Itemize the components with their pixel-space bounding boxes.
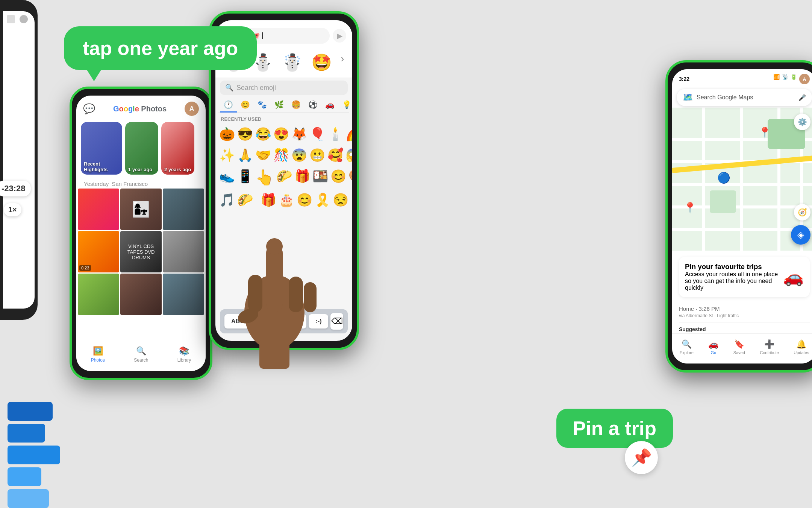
map-navigate-fab[interactable]: ◈: [791, 225, 810, 245]
photo-9[interactable]: [163, 274, 204, 315]
emoji-cell[interactable]: 🎁: [294, 167, 311, 188]
memory-2year-label: 2 years ago: [164, 167, 191, 172]
maps-logo-icon: 🗺️: [683, 93, 693, 102]
nav-search-icon: 🔍: [136, 346, 146, 356]
emoji-search-bar[interactable]: 🔍 Search emoji: [220, 81, 348, 95]
more-button[interactable]: ›: [341, 53, 344, 72]
nav-library[interactable]: 📚 Library: [177, 346, 191, 363]
memory-label: RecentHighlights: [84, 161, 108, 172]
maps-search-text: Search Google Maps: [697, 94, 795, 101]
emoji-cell[interactable]: 🌈: [345, 125, 352, 143]
nav-photos-label: Photos: [91, 357, 105, 363]
emoji-cell[interactable]: 😊: [296, 191, 313, 209]
map-compass-fab[interactable]: 🧭: [794, 204, 810, 221]
go-icon: 🚗: [708, 339, 718, 349]
nav-contribute[interactable]: ➕ Contribute: [760, 339, 779, 355]
photo-3[interactable]: [163, 189, 204, 230]
emoji-cell[interactable]: 🦊: [291, 125, 308, 143]
emoji-cell[interactable]: 🎗️: [314, 191, 331, 209]
nav-saved[interactable]: 🔖 Saved: [733, 339, 745, 355]
emoji-cell[interactable]: 🎁: [260, 191, 277, 209]
emoji-cell[interactable]: 🌮: [236, 191, 254, 209]
search-placeholder: Search emoji: [236, 84, 276, 92]
cat-activities[interactable]: ⚽: [304, 98, 321, 113]
photo-grid-middle: 0:23 VINYL CDSTAPES DVDDRUMS: [76, 231, 206, 272]
emoji-cell[interactable]: 😨: [291, 146, 308, 164]
nav-updates[interactable]: 🔔 Updates: [794, 339, 809, 355]
photo-1[interactable]: [78, 189, 119, 230]
emoji-cell[interactable]: 😍: [273, 125, 290, 143]
emoji-cell[interactable]: 🎈: [309, 125, 326, 143]
speed-badge: 1×: [4, 203, 21, 216]
emoji-cell[interactable]: 📱: [236, 167, 254, 188]
user-avatar[interactable]: A: [185, 102, 199, 116]
cat-objects[interactable]: 💡: [338, 98, 352, 113]
pin-trip-fab[interactable]: 📌: [625, 441, 658, 474]
updates-label: Updates: [794, 350, 809, 355]
emoji-cell[interactable]: 😎: [236, 125, 254, 143]
cat-travel[interactable]: 🚗: [321, 98, 338, 113]
emoji-cell[interactable]: 🎨: [348, 167, 352, 188]
cat-recent[interactable]: 🕐: [220, 98, 237, 113]
video-duration: 0:23: [79, 265, 91, 271]
chat-icon[interactable]: 💬: [83, 103, 95, 115]
nav-go[interactable]: 🚗 Go: [708, 339, 718, 355]
emoji-cell[interactable]: 😱: [345, 146, 352, 164]
cat-smiley[interactable]: 😊: [237, 98, 254, 113]
svg-point-2: [266, 238, 283, 255]
emoji-cell[interactable]: 🌮: [276, 167, 293, 188]
car-illustration: 🚗: [783, 267, 804, 287]
emoji-cell[interactable]: 🎵: [218, 191, 236, 209]
cat-people[interactable]: 🐾: [254, 98, 271, 113]
send-button[interactable]: ▶: [333, 29, 346, 43]
cat-nature[interactable]: 🌿: [271, 98, 288, 113]
memory-recent[interactable]: RecentHighlights: [81, 122, 122, 175]
map-marker-1[interactable]: 📍: [758, 126, 771, 139]
map-display[interactable]: 📍 🔵 📍 ⚙️ 🧭 ◈: [672, 108, 812, 251]
emoji-cell[interactable]: ✨: [218, 146, 236, 164]
user-avatar-maps[interactable]: A: [799, 74, 810, 84]
photo-2[interactable]: 👩‍👧: [120, 189, 162, 230]
map-marker-3[interactable]: 📍: [683, 202, 697, 214]
hand-illustration: [226, 207, 368, 395]
photo-8[interactable]: [120, 274, 162, 315]
snowman-3[interactable]: ☃️: [282, 53, 303, 72]
map-settings-fab[interactable]: ⚙️: [794, 114, 810, 130]
emoji-cell[interactable]: 🥰: [327, 146, 344, 164]
emoji-cell[interactable]: 🕯️: [327, 125, 344, 143]
emoji-cell[interactable]: 🙏: [236, 146, 254, 164]
emoji-cell[interactable]: 👟: [218, 167, 236, 188]
emoji-cell[interactable]: 😒: [332, 191, 349, 209]
map-marker-2[interactable]: 🔵: [717, 172, 730, 184]
explore-icon: 🔍: [682, 339, 692, 349]
nav-photos[interactable]: 🖼️ Photos: [91, 346, 105, 363]
emoji-grid-row3: 👟 📱 👆 🌮 🎁 🍱 😊 🎨: [215, 166, 352, 189]
photo-5[interactable]: VINYL CDSTAPES DVDDRUMS: [120, 231, 162, 272]
cat-food[interactable]: 🍔: [288, 98, 304, 113]
left-decoration: -23:28 1×: [0, 0, 64, 508]
timer-badge: -23:28: [0, 181, 31, 196]
nav-search[interactable]: 🔍 Search: [134, 346, 148, 363]
mic-icon[interactable]: 🎤: [798, 94, 806, 101]
nav-explore[interactable]: 🔍 Explore: [680, 339, 694, 355]
emoji-cell[interactable]: [255, 191, 259, 209]
emoji-cell[interactable]: 🎃: [218, 125, 236, 143]
memory-2year[interactable]: 2 years ago: [161, 122, 194, 175]
photo-6[interactable]: [163, 231, 204, 272]
memory-1year[interactable]: 1 year ago: [125, 122, 158, 175]
emoji-cell[interactable]: 😂: [255, 125, 272, 143]
emoji-cell[interactable]: 😬: [309, 146, 326, 164]
memories-row: RecentHighlights 1 year ago 2 years ago: [76, 119, 206, 178]
emoji-cell[interactable]: 🍱: [312, 167, 329, 188]
memory-1year-label: 1 year ago: [128, 167, 152, 172]
emoji-cell[interactable]: 🎂: [278, 191, 295, 209]
emoji-cell[interactable]: 🤝: [255, 146, 272, 164]
photo-7[interactable]: [78, 274, 119, 315]
maps-search-bar[interactable]: 🗺️ Search Google Maps 🎤: [677, 89, 812, 106]
photo-4[interactable]: 0:23: [78, 231, 119, 272]
emoji-cell[interactable]: 🎊: [273, 146, 290, 164]
home-route[interactable]: Home · 3:26 PM via Albermarle St · Light…: [679, 302, 810, 322]
snowman-4[interactable]: 🤩: [311, 53, 332, 72]
emoji-cell[interactable]: 😊: [330, 167, 347, 188]
emoji-cell[interactable]: 👆: [255, 167, 275, 188]
